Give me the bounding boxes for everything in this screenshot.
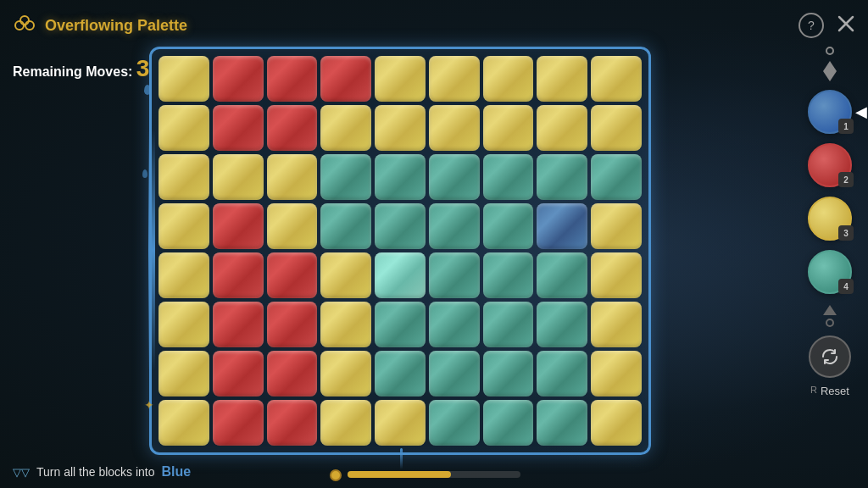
grid-cell[interactable] <box>537 351 587 396</box>
grid-cell[interactable] <box>375 351 426 396</box>
moves-count: 3 <box>136 55 150 81</box>
grid-cell[interactable] <box>483 203 534 249</box>
grid-cell[interactable] <box>591 105 642 151</box>
grid-cell[interactable] <box>267 252 318 298</box>
grid-cell[interactable] <box>537 252 587 298</box>
grid-cell[interactable] <box>537 56 587 102</box>
grid-cell[interactable] <box>429 400 480 446</box>
instruction-arrows: ▽▽ <box>13 466 30 479</box>
grid-cell[interactable] <box>375 252 426 298</box>
grid-cell[interactable] <box>320 154 371 200</box>
grid-cell[interactable] <box>483 252 534 298</box>
color-option-teal[interactable]: 4 <box>808 250 852 294</box>
grid-cell[interactable] <box>267 351 318 396</box>
reset-label-area: R Reset <box>810 382 849 397</box>
nav-arrows <box>823 61 837 81</box>
color-badge-2: 2 <box>838 172 854 187</box>
grid-cell[interactable] <box>483 56 534 102</box>
grid-cell[interactable] <box>537 203 587 249</box>
grid-cell[interactable] <box>320 56 371 102</box>
grid-cell[interactable] <box>159 351 209 396</box>
color-option-red[interactable]: 2 <box>808 143 852 187</box>
svg-point-2 <box>20 16 29 25</box>
nav-up-small[interactable] <box>823 305 837 315</box>
grid-cell[interactable] <box>213 56 264 102</box>
logo-icon <box>13 14 36 37</box>
grid-cell[interactable] <box>267 400 318 446</box>
grid-cell[interactable] <box>375 302 426 347</box>
close-button[interactable] <box>837 14 855 37</box>
selected-indicator: ◀ <box>855 103 867 121</box>
grid-cell[interactable] <box>159 400 209 446</box>
grid-cell[interactable] <box>483 302 534 347</box>
grid-cell[interactable] <box>159 105 209 151</box>
grid-cell[interactable] <box>320 351 371 396</box>
nav-up-arrow[interactable] <box>823 61 837 71</box>
header-controls: ? <box>798 13 855 38</box>
nav-dot-bottom <box>826 319 834 327</box>
reset-button[interactable] <box>809 336 851 378</box>
grid-cell[interactable] <box>320 252 371 298</box>
grid-cell[interactable] <box>213 351 264 396</box>
header: Overflowing Palette ? <box>0 0 868 51</box>
grid-cell[interactable] <box>267 203 318 249</box>
grid-cell[interactable] <box>159 203 209 249</box>
grid-cell[interactable] <box>429 56 480 102</box>
grid-cell[interactable] <box>483 154 534 200</box>
color-badge-1: 1 <box>838 119 854 134</box>
grid-cell[interactable] <box>213 203 264 249</box>
nav-down-arrow[interactable] <box>823 71 837 81</box>
grid-cell[interactable] <box>537 400 587 446</box>
color-option-yellow[interactable]: 3 <box>808 197 852 241</box>
grid-cell[interactable] <box>159 302 209 347</box>
grid-cell[interactable] <box>213 400 264 446</box>
grid-cell[interactable] <box>213 105 264 151</box>
grid-cell[interactable] <box>213 252 264 298</box>
grid-cell[interactable] <box>591 400 642 446</box>
color-option-blue[interactable]: 1 ◀ <box>808 90 852 134</box>
grid-wrapper <box>149 47 651 455</box>
grid-cell[interactable] <box>537 154 587 200</box>
grid-cell[interactable] <box>429 154 480 200</box>
grid-cell[interactable] <box>375 105 426 151</box>
grid-cell[interactable] <box>591 56 642 102</box>
reset-label: Reset <box>821 385 849 397</box>
grid-cell[interactable] <box>320 203 371 249</box>
grid-cell[interactable] <box>267 105 318 151</box>
grid-cell[interactable] <box>213 302 264 347</box>
grid-cell[interactable] <box>483 351 534 396</box>
grid-cell[interactable] <box>537 105 587 151</box>
decor-droplet-1 <box>144 85 151 95</box>
grid-cell[interactable] <box>320 400 371 446</box>
grid-cell[interactable] <box>267 154 318 200</box>
grid-cell[interactable] <box>375 400 426 446</box>
help-button[interactable]: ? <box>798 13 824 38</box>
grid-cell[interactable] <box>537 302 587 347</box>
grid-cell[interactable] <box>267 56 318 102</box>
grid-cell[interactable] <box>591 252 642 298</box>
grid-cell[interactable] <box>320 105 371 151</box>
grid-cell[interactable] <box>429 105 480 151</box>
grid-cell[interactable] <box>159 252 209 298</box>
grid-cell[interactable] <box>483 400 534 446</box>
grid-cell[interactable] <box>483 105 534 151</box>
grid-cell[interactable] <box>429 203 480 249</box>
grid-cell[interactable] <box>591 203 642 249</box>
remaining-moves: Remaining Moves: 3 <box>13 55 149 82</box>
remaining-moves-label: Remaining Moves: <box>13 64 132 79</box>
grid-cell[interactable] <box>591 302 642 347</box>
instruction-text: Turn all the blocks into <box>36 465 155 479</box>
grid-cell[interactable] <box>375 56 426 102</box>
grid-cell[interactable] <box>159 154 209 200</box>
grid-cell[interactable] <box>375 203 426 249</box>
grid-cell[interactable] <box>429 252 480 298</box>
grid-cell[interactable] <box>591 351 642 396</box>
grid-cell[interactable] <box>429 302 480 347</box>
grid-cell[interactable] <box>591 154 642 200</box>
grid-cell[interactable] <box>375 154 426 200</box>
grid-cell[interactable] <box>267 302 318 347</box>
grid-cell[interactable] <box>213 154 264 200</box>
grid-cell[interactable] <box>429 351 480 396</box>
grid-cell[interactable] <box>159 56 209 102</box>
grid-cell[interactable] <box>320 302 371 347</box>
